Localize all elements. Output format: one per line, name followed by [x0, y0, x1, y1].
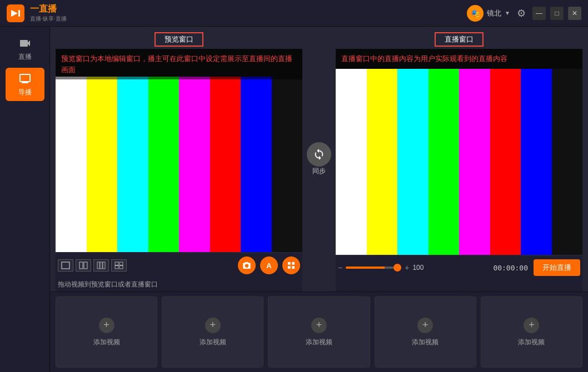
live-toolbar: − + 100 00:00:00 开始直播 [336, 256, 582, 279]
layout-split3-icon [97, 262, 106, 269]
add-label-2: 添加视频 [200, 338, 226, 347]
color-bar-magenta [179, 77, 210, 252]
volume-minus-icon: − [338, 263, 342, 272]
hint-text: 拖动视频到预览窗口或者直播窗口 [56, 278, 302, 291]
app-title-group: 一直播 直播·纵享·直播 [30, 3, 67, 23]
layout-single-icon [61, 262, 70, 269]
add-label-5: 添加视频 [518, 338, 545, 347]
sync-button[interactable] [307, 142, 331, 167]
add-icon-1: + [99, 318, 114, 333]
preview-panel-title: 预览窗口 [155, 32, 203, 47]
username: 镜北 [487, 8, 501, 18]
video-slot-2[interactable]: + 添加视频 [162, 296, 263, 368]
layout-split4-icon [114, 262, 123, 269]
preview-description: 预览窗口为本地编辑窗口，播主可在此窗口中设定需展示至直播间的直播画面 [56, 49, 302, 79]
avatar: 🎭 [467, 5, 484, 22]
sidebar-item-guide[interactable]: 导播 [6, 68, 44, 101]
svg-rect-2 [62, 262, 69, 269]
preview-video-area: 预览窗口为本地编辑窗口，播主可在此窗口中设定需展示至直播间的直播画面 [56, 49, 302, 252]
add-label-3: 添加视频 [306, 338, 332, 347]
add-label-1: 添加视频 [93, 338, 120, 347]
minimize-button[interactable]: — [532, 7, 546, 20]
gear-icon[interactable]: ⚙ [517, 7, 526, 19]
sidebar-item-wrapper-live: 直播 [6, 32, 44, 68]
color-bar-cyan [117, 77, 148, 252]
color-bar-blue [241, 77, 272, 252]
color-bar-dark [272, 77, 303, 252]
close-button[interactable]: ✕ [568, 7, 581, 20]
timer-display: 00:00:00 [493, 264, 528, 272]
video-slot-1[interactable]: + 添加视频 [56, 296, 157, 368]
svg-rect-10 [115, 266, 118, 269]
start-live-button[interactable]: 开始直播 [534, 259, 580, 276]
preview-toolbar: A [56, 253, 302, 278]
sidebar-accent-bar [6, 74, 8, 97]
grid-button[interactable] [282, 257, 300, 274]
svg-rect-8 [115, 262, 118, 265]
panels-row: 预览窗口 预览窗口为本地编辑窗口，播主可在此窗口中设定需展示至直播间的直播画面 [50, 27, 588, 291]
text-button[interactable]: A [260, 257, 278, 274]
add-icon-5: + [524, 318, 539, 333]
preview-column: 预览窗口 预览窗口为本地编辑窗口，播主可在此窗口中设定需展示至直播间的直播画面 [50, 27, 302, 291]
color-bar-white [56, 77, 87, 252]
svg-rect-9 [119, 262, 123, 265]
layout-split3-button[interactable] [93, 259, 109, 272]
app-title: 一直播 [30, 3, 67, 15]
video-slot-4[interactable]: + 添加视频 [375, 296, 476, 368]
layout-split2-button[interactable] [76, 259, 91, 272]
app-subtitle: 直播·纵享·直播 [30, 15, 67, 23]
sidebar: 直播 导播 [0, 27, 50, 372]
sidebar-item-wrapper-guide: 导播 [6, 68, 44, 103]
live-color-bar-magenta [459, 69, 490, 255]
maximize-button[interactable]: □ [550, 7, 564, 20]
live-color-bar-yellow [367, 69, 398, 255]
live-video-area: 直播窗口中的直播内容为用户实际观看到的直播内容 [336, 49, 582, 255]
volume-slider[interactable] [346, 267, 401, 269]
screenshot-icon [242, 261, 251, 270]
add-icon-4: + [417, 318, 433, 333]
svg-marker-0 [11, 10, 18, 17]
title-bar: 一直播 直播·纵享·直播 🎭 镜北 ▼ ⚙ — □ ✕ [0, 0, 588, 27]
svg-rect-7 [103, 262, 105, 269]
toolbar-right-icons: A [238, 257, 300, 274]
sync-label: 同步 [312, 167, 326, 176]
live-color-bar-dark [552, 69, 583, 255]
window-controls: — □ ✕ [532, 7, 581, 20]
video-slot-3[interactable]: + 添加视频 [268, 296, 370, 368]
add-icon-2: + [205, 318, 221, 333]
content-area: 预览窗口 预览窗口为本地编辑窗口，播主可在此窗口中设定需展示至直播间的直播画面 [50, 27, 588, 372]
svg-rect-4 [84, 262, 87, 269]
screenshot-button[interactable] [238, 257, 256, 274]
dropdown-arrow-icon[interactable]: ▼ [505, 10, 510, 16]
svg-rect-3 [79, 262, 83, 269]
right-spacer [336, 279, 582, 291]
sidebar-item-live[interactable]: 直播 [6, 32, 44, 66]
monitor-icon [18, 72, 32, 86]
color-bar-red [210, 77, 241, 252]
live-column: 直播窗口 直播窗口中的直播内容为用户实际观看到的直播内容 [336, 27, 588, 291]
layout-split4-button[interactable] [111, 259, 127, 272]
svg-rect-5 [97, 262, 99, 269]
title-bar-right: 🎭 镜北 ▼ ⚙ — □ ✕ [467, 5, 581, 22]
add-label-4: 添加视频 [412, 338, 438, 347]
layout-split2-icon [79, 262, 88, 269]
layout-single-button[interactable] [58, 259, 73, 272]
app-logo [7, 4, 24, 22]
live-color-bar-red [490, 69, 521, 255]
video-slot-5[interactable]: + 添加视频 [481, 296, 582, 368]
camera-icon [18, 37, 32, 50]
sidebar-guide-label: 导播 [18, 88, 32, 97]
volume-plus-icon: + [405, 263, 409, 272]
volume-value: 100 [412, 264, 428, 272]
preview-title-bar: 预览窗口 [56, 32, 302, 47]
sync-column: 同步 [302, 27, 336, 291]
add-icon-3: + [311, 318, 327, 333]
bottom-panel: + 添加视频 + 添加视频 + 添加视频 + 添加视频 + 添加视频 [50, 291, 588, 372]
avatar-area: 🎭 镜北 ▼ [467, 5, 510, 22]
svg-rect-11 [119, 266, 123, 269]
live-color-bar-cyan [397, 69, 428, 255]
color-bar-yellow [87, 77, 118, 252]
live-title-bar: 直播窗口 [336, 32, 582, 47]
live-color-bar-blue [521, 69, 552, 255]
sidebar-live-label: 直播 [18, 52, 32, 62]
